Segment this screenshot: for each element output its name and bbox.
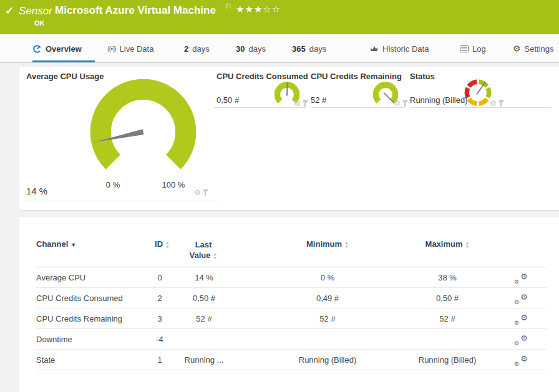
log-list-icon bbox=[460, 45, 469, 52]
tile-divider bbox=[311, 107, 406, 108]
tile-divider bbox=[410, 107, 551, 108]
tile-icon-group: ⚙ bbox=[394, 100, 408, 107]
cell-maximum: 38 % bbox=[394, 267, 500, 288]
cell-channel[interactable]: Downtime bbox=[36, 329, 142, 350]
priority-stars-rating[interactable]: ★★★☆☆ bbox=[236, 4, 281, 15]
cell-last-value: 14 % bbox=[163, 267, 245, 288]
cell-last-value: 0,50 # bbox=[163, 288, 245, 308]
table-row: Downtime -4 ⚙⚙ bbox=[36, 329, 547, 350]
cell-maximum: Running (Billed) bbox=[394, 350, 500, 370]
channel-settings-icon[interactable]: ⚙⚙ bbox=[514, 315, 528, 326]
tab-2-days[interactable]: 2 days bbox=[184, 34, 210, 63]
sensor-status-text: OK bbox=[34, 19, 45, 27]
gauge-pin-icon[interactable] bbox=[203, 189, 208, 196]
tile-icon-group: ⚙ bbox=[490, 100, 504, 107]
cell-maximum bbox=[394, 329, 500, 350]
tab-2-days-number: 2 bbox=[184, 44, 188, 54]
cell-minimum: 52 # bbox=[275, 308, 381, 329]
status-ok-check-icon: ✓ bbox=[5, 4, 14, 17]
gauge-icon bbox=[32, 44, 42, 54]
table-row: State 1 Running ... Running (Billed) Run… bbox=[36, 350, 547, 370]
tab-live-data-label: Live Data bbox=[120, 44, 154, 54]
tab-overview-label: Overview bbox=[46, 44, 82, 54]
column-header-maximum[interactable]: Maximum▲▼ bbox=[394, 239, 500, 249]
cell-minimum: 0 % bbox=[275, 267, 381, 288]
tile-icon-group: ⚙ bbox=[194, 189, 208, 196]
table-row: Average CPU 0 14 % 0 % 38 % ⚙⚙ bbox=[36, 267, 547, 288]
table-row: CPU Credits Remaining 3 52 # 52 # 52 # ⚙… bbox=[36, 308, 547, 329]
gauges-card: Average CPU Usage 0 % 100 % 14 % ⚙ CPU C… bbox=[19, 67, 559, 210]
cell-last-value: Running ... bbox=[163, 350, 245, 370]
sensor-kind-label: Sensor bbox=[19, 5, 52, 17]
tile-divider bbox=[214, 107, 306, 108]
cell-last-value: 52 # bbox=[163, 308, 245, 329]
channel-settings-icon[interactable]: ⚙⚙ bbox=[514, 274, 528, 285]
gauge-needle bbox=[287, 82, 288, 95]
cell-maximum: 0,50 # bbox=[394, 288, 500, 308]
tab-overview[interactable]: Overview bbox=[32, 34, 82, 63]
tab-30-days[interactable]: 30 days bbox=[236, 34, 266, 63]
column-header-last-label: Last bbox=[195, 240, 212, 249]
tab-365-days-unit: days bbox=[309, 44, 326, 54]
sensor-title: Microsoft Azure Virtual Machine bbox=[55, 4, 216, 17]
gauge-gear-icon[interactable]: ⚙ bbox=[490, 100, 497, 107]
channel-settings-icon[interactable]: ⚙⚙ bbox=[514, 356, 528, 367]
channel-settings-icon[interactable]: ⚙⚙ bbox=[514, 335, 528, 347]
tab-365-days-number: 365 bbox=[292, 44, 306, 54]
gauge-scale-max-label: 100 % bbox=[158, 180, 189, 189]
tab-2-days-unit: days bbox=[192, 44, 209, 54]
tab-settings-label: Settings bbox=[525, 44, 554, 54]
tile-icon-group: ⚙ bbox=[294, 100, 308, 107]
sort-desc-icon: ▼ bbox=[70, 242, 76, 248]
gauge-credits-remaining-value: 52 # bbox=[311, 95, 326, 105]
column-header-last-value[interactable]: Last Value▲▼ bbox=[172, 239, 235, 261]
column-header-value-label: Value bbox=[190, 251, 211, 260]
cell-maximum: 52 # bbox=[394, 308, 500, 329]
live-data-icon: ((•)) bbox=[107, 45, 116, 52]
tab-30-days-number: 30 bbox=[236, 44, 245, 54]
tab-live-data[interactable]: ((•)) Live Data bbox=[107, 34, 153, 63]
gauge-status-value: Running (Billed) bbox=[410, 95, 468, 105]
gauge-average-cpu bbox=[89, 77, 198, 174]
tile-divider bbox=[26, 201, 217, 201]
tab-historic-data-label: Historic Data bbox=[382, 44, 429, 54]
gauge-pin-icon[interactable] bbox=[498, 100, 504, 107]
gauge-pin-icon[interactable] bbox=[402, 100, 408, 107]
cell-channel[interactable]: State bbox=[36, 350, 142, 370]
cell-channel[interactable]: CPU Credits Consumed bbox=[36, 288, 142, 308]
tab-365-days[interactable]: 365 days bbox=[292, 34, 326, 63]
cell-channel[interactable]: CPU Credits Remaining bbox=[36, 308, 142, 329]
channel-settings-icon[interactable]: ⚙⚙ bbox=[514, 294, 528, 305]
gauge-pin-icon[interactable] bbox=[303, 100, 308, 107]
column-header-maximum-label: Maximum bbox=[425, 239, 463, 249]
channel-table-card: Channel▼ ID▲▼ Last Value▲▼ Minimum▲▼ Max… bbox=[19, 217, 559, 392]
settings-gear-icon: ⚙ bbox=[513, 44, 521, 54]
cell-minimum bbox=[275, 329, 381, 350]
gauge-gear-icon[interactable]: ⚙ bbox=[394, 100, 401, 107]
sensor-tab-bar: Overview ((•)) Live Data 2 days 30 days … bbox=[0, 34, 559, 63]
column-header-minimum-label: Minimum bbox=[306, 239, 342, 249]
cell-last-value bbox=[163, 329, 245, 350]
gauge-scale-min-label: 0 % bbox=[100, 180, 125, 189]
sort-icon: ▲▼ bbox=[165, 241, 170, 249]
column-header-minimum[interactable]: Minimum▲▼ bbox=[275, 239, 381, 249]
gauge-gear-icon[interactable]: ⚙ bbox=[194, 189, 201, 196]
area-chart-icon bbox=[369, 45, 379, 52]
active-tab-underline bbox=[32, 60, 95, 62]
sort-icon: ▲▼ bbox=[465, 241, 470, 249]
cell-minimum: 0,49 # bbox=[275, 288, 381, 308]
tab-log[interactable]: Log bbox=[460, 34, 486, 63]
column-header-channel[interactable]: Channel▼ bbox=[36, 239, 76, 249]
table-row: CPU Credits Consumed 2 0,50 # 0,49 # 0,5… bbox=[36, 288, 547, 308]
column-header-id-label: ID bbox=[155, 239, 163, 249]
gauge-gear-icon[interactable]: ⚙ bbox=[294, 100, 301, 107]
sensor-overview-page: ✓ Sensor Microsoft Azure Virtual Machine… bbox=[0, 0, 559, 392]
cell-channel[interactable]: Average CPU bbox=[36, 267, 142, 288]
tab-historic-data[interactable]: Historic Data bbox=[369, 34, 429, 63]
tab-settings[interactable]: ⚙ Settings bbox=[513, 34, 554, 63]
sort-icon: ▲▼ bbox=[213, 252, 218, 260]
priority-flag-icon[interactable]: ⚐ bbox=[225, 2, 232, 11]
column-header-channel-label: Channel bbox=[36, 239, 68, 249]
tab-log-label: Log bbox=[472, 44, 486, 54]
gauge-average-cpu-value: 14 % bbox=[26, 186, 47, 196]
